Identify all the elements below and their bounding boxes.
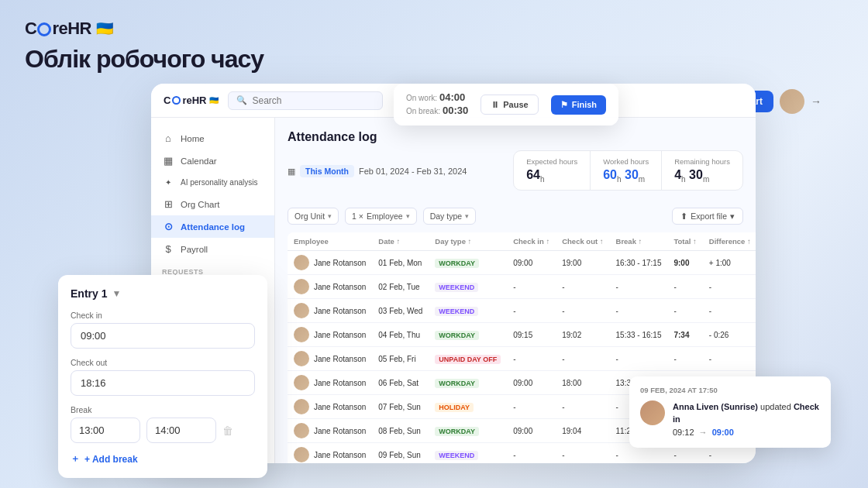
break-start-input[interactable] — [71, 418, 140, 443]
pause-button[interactable]: ⏸ Pause — [480, 95, 538, 115]
on-break-row: On break: 00:30 — [406, 105, 468, 116]
cell-checkout: 19:00 — [556, 251, 609, 275]
sidebar-item-ai[interactable]: ✦ AI personality analysis — [151, 172, 274, 193]
cell-checkin: - — [507, 395, 556, 419]
brand-name: CreHR — [25, 19, 91, 39]
org-unit-filter[interactable]: Org Unit ▾ — [288, 208, 339, 225]
logout-icon[interactable]: → — [811, 95, 822, 108]
col-total: Total ↑ — [667, 232, 702, 251]
sidebar-item-home-label: Home — [181, 134, 205, 143]
cell-date: 04 Feb, Thu — [372, 323, 429, 347]
cell-daytype: WORKDAY — [429, 323, 507, 347]
export-button[interactable]: ⬆ Export file ▾ — [672, 208, 743, 225]
cell-total: 7:34 — [667, 323, 702, 347]
cell-total: - — [667, 347, 702, 371]
check-out-input[interactable] — [71, 370, 255, 396]
sidebar-item-payroll-label: Payroll — [181, 245, 208, 254]
sidebar-item-home[interactable]: ⌂ Home — [151, 127, 274, 149]
export-label: Export file — [691, 211, 727, 221]
remaining-value: 4h 30m — [674, 168, 730, 184]
sidebar-item-payroll[interactable]: $ Payroll — [151, 238, 274, 260]
check-in-input[interactable] — [71, 323, 255, 349]
cell-break: 16:30 - 17:15 — [610, 251, 668, 275]
timer-info: On work: 04:00 On break: 00:30 — [406, 91, 468, 118]
table-row: Jane Rotanson 01 Feb, Mon WORKDAY 09:00 … — [288, 251, 756, 275]
table-row: Jane Rotanson 03 Feb, Wed WEEKEND - - - … — [288, 299, 756, 323]
cell-employee: Jane Rotanson — [288, 347, 372, 371]
cell-checkin: 09:00 — [507, 371, 556, 395]
day-type-badge: WORKDAY — [435, 259, 479, 268]
col-checkin: Check in ↑ — [507, 232, 556, 251]
cell-employee: Jane Rotanson — [288, 419, 372, 443]
cell-date: 05 Feb, Fri — [372, 347, 429, 371]
employee-name: Jane Rotanson — [314, 427, 366, 435]
employee-filter[interactable]: 1 × Employee ▾ — [345, 208, 417, 225]
delete-break-icon[interactable]: 🗑 — [222, 424, 233, 437]
sidebar-item-calendar[interactable]: ▦ Calendar — [151, 149, 274, 172]
day-type-badge: WEEKEND — [435, 451, 478, 460]
notif-text: Anna Liven (Sunrise) updated Check in 09… — [673, 400, 820, 439]
search-bar[interactable]: 🔍 — [228, 91, 383, 110]
day-type-label: Day type — [430, 211, 462, 221]
stats-row: Expected hours 64h Worked hours 60h 30m — [513, 150, 743, 191]
cell-employee: Jane Rotanson — [288, 371, 372, 395]
employee-label: Employee — [367, 211, 403, 221]
employee-avatar — [294, 447, 309, 462]
cell-checkin: - — [507, 299, 556, 323]
org-unit-label: Org Unit — [294, 211, 325, 221]
cell-diff: - — [703, 275, 756, 299]
cell-checkout: 19:04 — [556, 419, 609, 443]
employee-avatar — [294, 375, 309, 390]
worked-hours-box: Worked hours 60h 30m — [591, 151, 662, 190]
employee-name: Jane Rotanson — [314, 403, 366, 411]
cell-diff: - — [703, 299, 756, 323]
table-header-row: Employee Date ↑ Day type ↑ Check in ↑ Ch… — [288, 232, 756, 251]
expected-label: Expected hours — [526, 157, 577, 166]
chevron-down-icon-2: ▾ — [406, 212, 410, 220]
check-out-label: Check out — [71, 358, 255, 367]
user-avatar[interactable] — [780, 89, 804, 114]
sidebar-item-org[interactable]: ⊞ Org Chart — [151, 193, 274, 215]
col-employee: Employee — [288, 232, 372, 251]
worked-label: Worked hours — [603, 157, 649, 166]
cell-daytype: HOLIDAY — [429, 395, 507, 419]
remaining-hours-box: Remaining hours 4h 30m — [662, 151, 742, 190]
day-type-filter[interactable]: Day type ▾ — [423, 208, 476, 225]
cell-date: 02 Feb, Tue — [372, 275, 429, 299]
cell-employee: Jane Rotanson — [288, 299, 372, 323]
day-type-badge: WEEKEND — [435, 283, 478, 292]
cell-break: - — [610, 299, 668, 323]
add-break-label: + Add break — [84, 454, 138, 465]
finish-label: Finish — [572, 100, 597, 109]
cell-checkout: - — [556, 395, 609, 419]
ai-icon: ✦ — [162, 178, 174, 187]
expected-hours-box: Expected hours 64h — [514, 151, 591, 190]
add-break-button[interactable]: ＋ + Add break — [71, 452, 138, 466]
month-tag[interactable]: This Month — [300, 165, 354, 177]
calendar-filter-icon: ▦ — [288, 167, 295, 177]
cell-date: 03 Feb, Wed — [372, 299, 429, 323]
chevron-down-icon-3: ▾ — [465, 212, 469, 220]
sidebar-item-attendance[interactable]: ⊙ Attendance log — [151, 215, 274, 238]
cell-daytype: WEEKEND — [429, 275, 507, 299]
cell-total: - — [667, 275, 702, 299]
break-end-input[interactable] — [146, 418, 216, 443]
remaining-label: Remaining hours — [674, 157, 730, 166]
small-logo-icon — [172, 96, 181, 105]
col-checkout: Check out ↑ — [556, 232, 609, 251]
finish-button[interactable]: ⚑ Finish — [551, 95, 606, 115]
table-row: Jane Rotanson 05 Feb, Fri UNPAID DAY OFF… — [288, 347, 756, 371]
cell-checkout: - — [556, 299, 609, 323]
cell-checkout: 18:00 — [556, 371, 609, 395]
cell-checkout: - — [556, 275, 609, 299]
search-input[interactable] — [252, 95, 374, 106]
date-filter: ▦ This Month Feb 01, 2024 - Feb 31, 2024 — [288, 165, 467, 177]
brand-logo: CreHR 🇺🇦 — [25, 19, 843, 39]
col-diff: Difference ↑ — [703, 232, 756, 251]
cell-checkin: - — [507, 347, 556, 371]
cell-daytype: WEEKEND — [429, 443, 507, 463]
cell-checkout: - — [556, 443, 609, 463]
plus-icon: ＋ — [71, 452, 80, 466]
cell-checkin: - — [507, 443, 556, 463]
entry-title: Entry 1 ▼ — [71, 287, 255, 300]
